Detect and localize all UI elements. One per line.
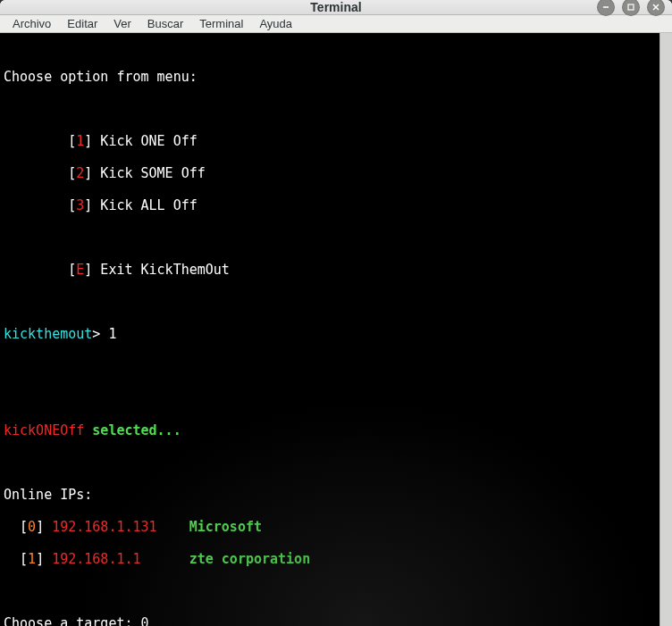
bracket: ]	[84, 262, 92, 278]
terminal-area: Choose option from menu: [1] Kick ONE Of…	[0, 33, 672, 626]
text: Kick ONE Off	[92, 133, 197, 149]
scrollbar[interactable]	[659, 33, 672, 626]
ip-0: 192.168.1.131	[52, 519, 156, 535]
bracket: ]	[84, 197, 92, 213]
text	[44, 519, 52, 535]
text: Choose option from menu:	[4, 69, 197, 85]
opt-2: 2	[76, 165, 84, 181]
minimize-button[interactable]	[597, 0, 615, 16]
menubar: Archivo Editar Ver Buscar Terminal Ayuda	[0, 15, 672, 33]
opt-3: 3	[76, 197, 84, 213]
prompt-name: kickthemout	[4, 326, 92, 342]
bracket: [	[20, 519, 28, 535]
selected-label: selected...	[84, 422, 181, 438]
menu-terminal[interactable]: Terminal	[192, 15, 250, 32]
text	[4, 551, 20, 567]
menu-ayuda[interactable]: Ayuda	[252, 15, 299, 32]
text	[157, 551, 189, 567]
ip-1: 192.168.1.1	[52, 551, 156, 567]
terminal-output[interactable]: Choose option from menu: [1] Kick ONE Of…	[0, 33, 659, 626]
kickone-label: kickONEOff	[4, 422, 84, 438]
bracket: [	[68, 133, 76, 149]
bracket: ]	[84, 165, 92, 181]
bracket: [	[68, 262, 76, 278]
opt-1: 1	[76, 133, 84, 149]
terminal-window: Terminal Archivo Editar Ver Buscar Termi…	[0, 0, 672, 626]
titlebar: Terminal	[0, 0, 672, 15]
text	[4, 197, 68, 213]
idx-1: 1	[28, 551, 36, 567]
minimize-icon	[601, 3, 610, 12]
idx-0: 0	[28, 519, 36, 535]
close-button[interactable]	[647, 0, 665, 16]
text	[4, 262, 68, 278]
opt-e: E	[76, 262, 84, 278]
text	[4, 519, 20, 535]
user-input: 1	[108, 326, 116, 342]
window-controls	[597, 0, 665, 16]
bracket: [	[20, 551, 28, 567]
bracket: ]	[84, 133, 92, 149]
text	[44, 551, 52, 567]
svg-rect-1	[628, 4, 634, 10]
text: Kick SOME Off	[92, 165, 205, 181]
text: Exit KickThemOut	[92, 262, 230, 278]
text	[4, 133, 68, 149]
text: Kick ALL Off	[92, 197, 197, 213]
maximize-button[interactable]	[622, 0, 640, 16]
menu-buscar[interactable]: Buscar	[140, 15, 190, 32]
maximize-icon	[626, 3, 635, 12]
text	[4, 165, 68, 181]
bracket: ]	[36, 519, 44, 535]
online-ips-label: Online IPs:	[4, 487, 100, 503]
vendor-0: Microsoft	[189, 519, 262, 535]
prompt-gt: >	[92, 326, 108, 342]
text	[157, 519, 189, 535]
window-title: Terminal	[310, 0, 361, 14]
bracket: ]	[36, 551, 44, 567]
bracket: [	[68, 165, 76, 181]
menu-ver[interactable]: Ver	[106, 15, 139, 32]
target-input: 0	[141, 615, 149, 626]
menu-archivo[interactable]: Archivo	[5, 15, 58, 32]
close-icon	[651, 3, 660, 12]
bracket: [	[68, 197, 76, 213]
vendor-1: zte corporation	[189, 551, 310, 567]
menu-editar[interactable]: Editar	[60, 15, 105, 32]
choose-target-label: Choose a target:	[4, 615, 141, 626]
